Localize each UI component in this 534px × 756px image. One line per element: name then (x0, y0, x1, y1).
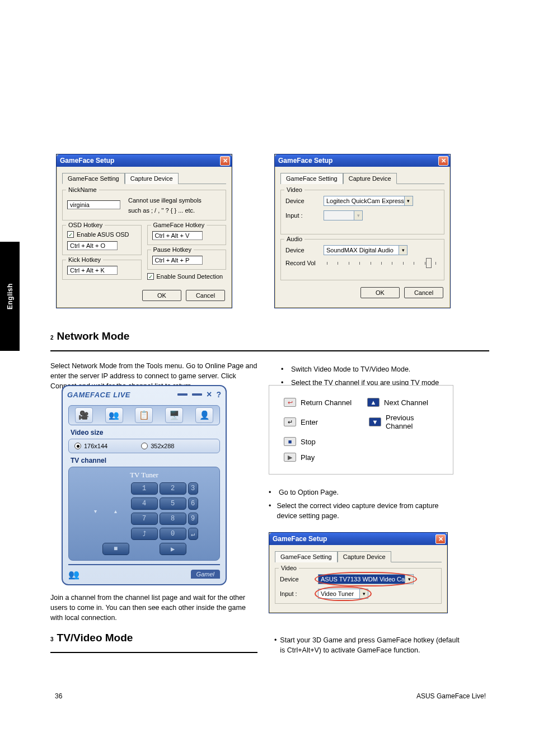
kick-hotkey-legend: Kick Hotkey (66, 256, 103, 263)
tab-gameface-setting[interactable]: GameFace Setting (275, 551, 338, 562)
users-icon[interactable]: 👥 (68, 569, 79, 580)
key-stop[interactable]: ■ (102, 543, 129, 555)
help-icon[interactable]: ? (216, 390, 221, 399)
device-label: Device (285, 198, 319, 204)
play-icon: ▶ (284, 453, 296, 462)
next-channel-label: Next Channel (384, 398, 428, 407)
dropdown-icon: ▾ (404, 196, 413, 205)
tab-capture-device[interactable]: Capture Device (338, 551, 391, 562)
prev-channel-icon: ▼ (369, 417, 381, 426)
section-3-heading: 3 TV/Video Mode (50, 632, 252, 644)
pause-hotkey-input[interactable]: Ctrl + Alt + P (152, 256, 203, 265)
enter-icon: ↵ (284, 417, 296, 426)
keypad-legend-box: ↩Return Channel ▲Next Channel ↵Enter ▼Pr… (269, 385, 453, 475)
video-size-352-radio[interactable]: 352x288 (141, 443, 174, 449)
key-2[interactable]: 2 (160, 482, 186, 495)
key-6[interactable]: 6 (188, 497, 198, 510)
gfl-toolbar: 🎥 👥 📋 🖥️ 👤 (68, 405, 220, 425)
key-3[interactable]: 3 (188, 482, 198, 495)
toolbar-list-icon[interactable]: 📋 (135, 407, 153, 423)
ok-button[interactable]: OK (142, 290, 181, 301)
cancel-button[interactable]: Cancel (186, 290, 225, 301)
key-9[interactable]: 9 (188, 513, 198, 525)
prev-channel-label: Previous Channel (386, 414, 443, 430)
sec2-paragraph-2: Join a channel from the channel list pag… (50, 593, 252, 623)
tv-channel-label: TV channel (71, 457, 218, 464)
audio-legend: Audio (284, 236, 305, 242)
toolbar-video-icon[interactable]: 🎥 (75, 407, 93, 423)
dropdown-icon: ▾ (399, 246, 407, 255)
footer-doc-title: ASUS GameFace Live! (416, 692, 486, 700)
tab-capture-device[interactable]: Capture Device (343, 173, 397, 184)
key-7[interactable]: 7 (131, 513, 158, 525)
pause-hotkey-legend: Pause Hotkey (151, 246, 194, 253)
key-0[interactable]: 0 (160, 528, 186, 540)
toolbar-person-icon[interactable]: 👤 (195, 407, 213, 423)
gameface-logo-live: LIVE (113, 391, 130, 399)
video-device-value: ASUS TV7133 WDM Video Ca (321, 576, 405, 583)
record-vol-label: Record Vol (285, 260, 319, 266)
toolbar-users-icon[interactable]: 👥 (105, 407, 123, 423)
sec3-bullet-5: •Start your 3D Game and press GameFace h… (274, 636, 465, 656)
close-icon[interactable]: ✕ (435, 534, 446, 544)
enable-osd-label: Enable ASUS OSD (77, 231, 129, 238)
stop-label: Stop (301, 438, 316, 446)
video-input-select[interactable]: Video Tuner ▾ (318, 589, 368, 599)
dropdown-icon: ▾ (354, 211, 362, 220)
enable-sound-label: Enable Sound Detection (157, 273, 223, 280)
toolbar-screen-icon[interactable]: 🖥️ (165, 407, 183, 423)
device-label: Device (285, 247, 319, 253)
key-1[interactable]: 1 (131, 482, 158, 495)
bottom-tab-gamel[interactable]: Gamel (191, 570, 220, 579)
key-8[interactable]: 8 (160, 513, 186, 525)
return-channel-icon: ↩ (284, 398, 296, 407)
dialog-title: GameFace Setup (278, 157, 332, 165)
key-return[interactable]: ⤴ (131, 528, 158, 540)
key-enter[interactable]: ↵ (188, 528, 198, 540)
close-icon[interactable]: ✕ (220, 156, 230, 166)
video-device-select[interactable]: ASUS TV7133 WDM Video Ca ▾ (318, 574, 414, 584)
ok-button[interactable]: OK (360, 287, 400, 298)
key-play[interactable]: ▶ (160, 543, 186, 555)
tab-gameface-setting[interactable]: GameFace Setting (280, 173, 343, 184)
record-volume-slider[interactable] (327, 262, 436, 264)
channel-down-side[interactable]: ▾ (91, 482, 101, 541)
video-legend: Video (284, 186, 305, 193)
gameface-setup-dialog-tv: GameFace Setup ✕ GameFace Setting Captur… (269, 532, 448, 613)
key-5[interactable]: 5 (160, 497, 186, 510)
osd-hotkey-input[interactable]: Ctrl + Alt + O (67, 241, 118, 250)
video-input-select: ▾ (324, 210, 363, 220)
close-icon[interactable]: ✕ (438, 156, 448, 166)
tab-gameface-setting[interactable]: GameFace Setting (62, 173, 125, 184)
kick-hotkey-input[interactable]: Ctrl + Alt + K (67, 266, 118, 275)
gameface-setup-dialog-settings: GameFace Setup ✕ GameFace Setting Captur… (56, 154, 232, 308)
osd-hotkey-legend: OSD Hotkey (66, 222, 105, 228)
enter-label: Enter (301, 418, 318, 426)
gameface-hotkey-input[interactable]: Ctrl + Alt + V (152, 231, 203, 240)
slider-thumb[interactable] (426, 258, 432, 268)
gameface-hotkey-legend: GameFace Hotkey (151, 222, 207, 228)
audio-device-value: SoundMAX Digital Audio (326, 247, 394, 253)
channel-up-side[interactable]: ▴ (102, 482, 129, 541)
return-channel-label: Return Channel (301, 398, 352, 407)
enable-osd-checkbox[interactable]: ✓ (67, 231, 74, 238)
tab-capture-device[interactable]: Capture Device (125, 173, 179, 184)
cancel-button[interactable]: Cancel (404, 287, 443, 298)
restore-icon[interactable] (192, 393, 202, 396)
tv-tuner-frame: TV Tuner ▾ 1 2 3 ▴ 4 5 6 7 8 9 ⤴ (68, 467, 220, 561)
tv-tuner-title: TV Tuner (72, 471, 216, 480)
audio-device-select[interactable]: SoundMAX Digital Audio ▾ (324, 245, 407, 255)
nickname-hint2: such as ; / , '' ? { } ... etc. (128, 206, 202, 216)
close-icon[interactable]: × (207, 389, 212, 400)
video-size-176-radio[interactable]: 176x144 (74, 443, 107, 449)
nickname-input[interactable]: virginia (67, 200, 120, 209)
gameface-logo: GAMEFACE (67, 391, 111, 399)
enable-sound-checkbox[interactable]: ✓ (147, 273, 154, 280)
input-label: Input : (280, 590, 313, 597)
key-4[interactable]: 4 (131, 497, 158, 510)
minimize-icon[interactable] (177, 393, 188, 396)
video-device-select[interactable]: Logitech QuickCam Express ▾ (324, 196, 413, 206)
dialog-title: GameFace Setup (60, 157, 114, 165)
sec3-bullet-3: •Go to Option Page. (269, 488, 459, 498)
video-device-value: Logitech QuickCam Express (326, 198, 404, 204)
